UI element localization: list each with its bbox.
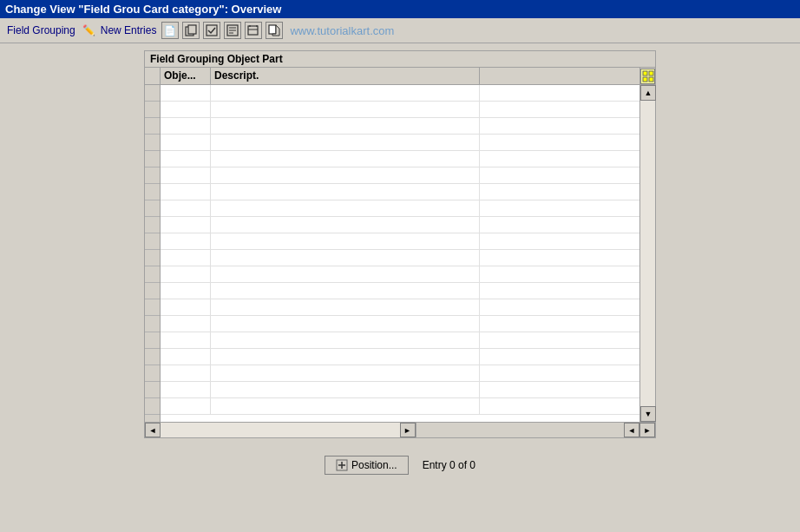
toolbar-icon-4[interactable] [224, 22, 241, 39]
new-entries-menu[interactable]: New Entries [101, 24, 157, 36]
row-marker [145, 349, 160, 365]
title-bar: Change View "Field Grou Card category": … [0, 0, 800, 18]
pen-icon[interactable]: ✏️ [82, 24, 95, 36]
table-container: Field Grouping Object Part Obje... Descr… [144, 50, 656, 438]
row-marker [145, 200, 160, 217]
data-area [161, 85, 639, 422]
scroll-right-button-h[interactable]: ► [400, 423, 416, 437]
row-marker [145, 316, 160, 332]
scroll-right-button-2[interactable]: ► [639, 423, 655, 437]
toolbar-icon-5[interactable] [245, 22, 262, 39]
table-row[interactable] [161, 233, 639, 250]
svg-rect-11 [269, 25, 276, 34]
scroll-left-button[interactable]: ◄ [145, 423, 161, 437]
row-marker [145, 250, 160, 266]
row-marker [145, 299, 160, 316]
row-marker [145, 398, 160, 415]
row-marker [145, 266, 160, 283]
row-marker [145, 151, 160, 167]
table-row[interactable] [161, 151, 639, 167]
row-marker [145, 85, 160, 102]
status-bar: Position... Entry 0 of 0 [7, 456, 793, 475]
position-icon [336, 459, 348, 471]
table-row[interactable] [161, 250, 639, 266]
position-button[interactable]: Position... [325, 456, 409, 475]
table-row[interactable] [161, 365, 639, 382]
vertical-scrollbar: ▲ ▼ [639, 85, 655, 422]
table-row[interactable] [161, 283, 639, 299]
row-marker [145, 118, 160, 135]
row-marker [145, 102, 160, 118]
table-row[interactable] [161, 167, 639, 184]
row-marker [145, 184, 160, 200]
row-marker [145, 283, 160, 299]
row-marker [145, 233, 160, 250]
table-row[interactable] [161, 349, 639, 365]
table-row[interactable] [161, 135, 639, 151]
row-marker [145, 365, 160, 382]
svg-rect-14 [649, 71, 653, 76]
window-title: Change View "Field Grou Card category": … [5, 3, 281, 16]
table-row[interactable] [161, 316, 639, 332]
row-markers [145, 85, 161, 422]
entry-count: Entry 0 of 0 [423, 459, 475, 471]
svg-rect-13 [643, 71, 647, 76]
table-title: Field Grouping Object Part [145, 51, 655, 68]
scroll-down-button[interactable]: ▼ [640, 406, 656, 422]
table-row[interactable] [161, 118, 639, 135]
svg-rect-2 [207, 25, 217, 36]
table-row[interactable] [161, 299, 639, 316]
table-row[interactable] [161, 200, 639, 217]
svg-rect-16 [649, 77, 653, 82]
row-marker [145, 167, 160, 184]
scroll-track[interactable] [640, 101, 655, 406]
position-label: Position... [351, 459, 397, 471]
table-row[interactable] [161, 398, 639, 415]
h-scroll-track[interactable] [161, 423, 400, 437]
svg-rect-15 [643, 77, 647, 82]
toolbar: Field Grouping ✏️ New Entries 📄 www.tuto… [0, 18, 800, 43]
horizontal-scrollbar: ◄ ► ◄ ► [145, 422, 655, 437]
svg-rect-7 [248, 26, 258, 35]
col-header-obj: Obje... [161, 68, 211, 84]
table-row[interactable] [161, 85, 639, 102]
config-icon[interactable] [640, 69, 655, 84]
main-content: Field Grouping Object Part Obje... Descr… [0, 43, 800, 482]
scroll-left-button-2[interactable]: ◄ [624, 423, 639, 437]
table-row[interactable] [161, 184, 639, 200]
row-marker [145, 382, 160, 398]
row-marker [145, 332, 160, 349]
watermark: www.tutorialkart.com [290, 24, 394, 37]
table-row[interactable] [161, 332, 639, 349]
toolbar-icon-2[interactable] [182, 22, 200, 39]
toolbar-icon-1[interactable]: 📄 [161, 22, 179, 39]
scroll-up-button[interactable]: ▲ [640, 85, 656, 101]
row-marker [145, 217, 160, 233]
table-row[interactable] [161, 266, 639, 283]
row-marker [145, 135, 160, 151]
col-header-desc: Descript. [211, 68, 480, 84]
toolbar-icon-3[interactable] [203, 22, 220, 39]
toolbar-icon-6[interactable] [266, 22, 283, 39]
svg-rect-1 [188, 25, 196, 34]
table-row[interactable] [161, 217, 639, 233]
table-row[interactable] [161, 382, 639, 398]
field-grouping-menu[interactable]: Field Grouping [7, 24, 75, 36]
table-row[interactable] [161, 102, 639, 118]
